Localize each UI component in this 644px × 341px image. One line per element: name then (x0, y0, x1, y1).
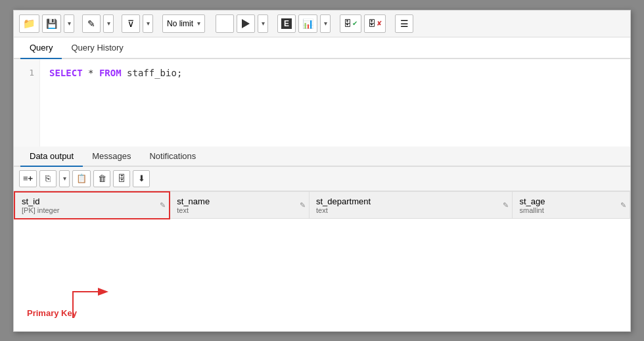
edit-col-icon-st-department[interactable]: ✎ (503, 201, 509, 210)
sql-star: * (88, 68, 99, 78)
chevron-down-icon-4: ▾ (262, 20, 265, 27)
col-type-st-department: text (316, 206, 506, 214)
menu-icon: ☰ (400, 18, 409, 29)
chevron-down-icon-2: ▾ (107, 20, 110, 27)
line-number-1: 1 (14, 66, 39, 80)
edit-col-icon-st-id[interactable]: ✎ (160, 201, 166, 210)
delete-icon: 🗑 (98, 173, 106, 183)
limit-chevron-icon: ▾ (197, 20, 200, 27)
annotation-area: Primary Key (14, 279, 630, 331)
explain-icon: E (281, 18, 292, 29)
col-header-st-name[interactable]: st_name text ✎ (170, 192, 309, 219)
keyword-from: FROM (99, 68, 122, 78)
data-table-area: st_id [PK] integer ✎ st_name text ✎ st_d… (14, 191, 630, 279)
edit-col-icon-st-name[interactable]: ✎ (300, 201, 306, 210)
filter-button[interactable]: ⊽ (122, 14, 140, 33)
stop-button[interactable] (216, 14, 234, 33)
delete-button[interactable]: 🗑 (93, 170, 110, 187)
col-header-st-age[interactable]: st_age smallint ✎ (513, 192, 630, 219)
play-dropdown-button[interactable]: ▾ (258, 14, 268, 33)
save-dropdown-button[interactable]: ▾ (64, 14, 74, 33)
menu-button[interactable]: ☰ (395, 14, 413, 33)
copy-dropdown-button[interactable]: ▾ (59, 170, 70, 187)
bottom-tabs: Data output Messages Notifications (14, 147, 630, 167)
tab-notifications[interactable]: Notifications (140, 147, 205, 167)
primary-key-label: Primary Key (27, 308, 77, 318)
col-name-st-name: st_name (177, 196, 210, 206)
edit-button[interactable]: ✎ (82, 14, 101, 33)
folder-icon: 📁 (23, 18, 35, 30)
col-header-st-id[interactable]: st_id [PK] integer ✎ (14, 192, 170, 219)
col-type-st-age: smallint (519, 206, 623, 214)
save-icon: 💾 (46, 18, 57, 29)
result-table: st_id [PK] integer ✎ st_name text ✎ st_d… (14, 191, 630, 219)
sql-content[interactable]: SELECT * FROM staff_bio; (40, 59, 630, 147)
chevron-down-icon-5: ▾ (324, 20, 327, 27)
keyword-select: SELECT (49, 68, 83, 78)
tab-query-history[interactable]: Query History (62, 37, 132, 59)
add-row-icon: ≡+ (23, 173, 33, 183)
download-icon: ⬇ (138, 173, 145, 183)
main-toolbar: 📁 💾 ▾ ✎ ▾ ⊽ ▾ No limit ▾ (14, 11, 630, 37)
download-button[interactable]: ⬇ (133, 170, 150, 187)
explain-button[interactable]: E (277, 14, 296, 33)
save-data-button[interactable]: 🗄 (113, 170, 130, 187)
edit-dropdown-button[interactable]: ▾ (103, 14, 114, 33)
col-type-st-id: [PK] integer (22, 206, 162, 214)
db-cancel-button[interactable]: 🗄 ✘ (364, 14, 386, 33)
col-name-st-department: st_department (316, 196, 371, 206)
sql-table-name: staff_bio; (127, 68, 182, 78)
line-numbers: 1 (14, 59, 40, 147)
data-toolbar: ≡+ ⎘ ▾ 📋 🗑 🗄 ⬇ (14, 167, 630, 191)
sql-editor: 1 SELECT * FROM staff_bio; (14, 59, 630, 147)
add-row-button[interactable]: ≡+ (19, 170, 37, 187)
chart-icon: 📊 (302, 18, 313, 29)
save-button[interactable]: 💾 (42, 14, 61, 33)
play-button[interactable] (237, 14, 255, 33)
chart-button[interactable]: 📊 (298, 14, 317, 33)
col-type-st-name: text (177, 206, 302, 214)
open-folder-button[interactable]: 📁 (19, 14, 39, 33)
col-header-st-department[interactable]: st_department text ✎ (309, 192, 513, 219)
db-status-button[interactable]: 🗄 ✔ (340, 14, 361, 33)
copy-button[interactable]: ⎘ (39, 170, 57, 187)
paste-icon: 📋 (76, 173, 87, 183)
tab-query[interactable]: Query (20, 37, 62, 59)
tab-data-output[interactable]: Data output (20, 147, 83, 167)
col-name-st-age: st_age (519, 196, 545, 206)
paste-button[interactable]: 📋 (72, 170, 91, 187)
limit-label: No limit (167, 19, 193, 28)
filter-icon: ⊽ (127, 18, 134, 29)
play-icon (242, 19, 250, 28)
tab-messages[interactable]: Messages (83, 147, 140, 167)
db-cancel-icon: 🗄 ✘ (368, 19, 382, 28)
limit-select[interactable]: No limit ▾ (162, 14, 205, 33)
save-data-icon: 🗄 (118, 173, 126, 183)
chevron-down-icon: ▾ (68, 20, 71, 27)
chevron-down-icon-3: ▾ (147, 20, 150, 27)
pencil-icon: ✎ (87, 18, 95, 29)
edit-col-icon-st-age[interactable]: ✎ (620, 201, 626, 210)
chart-dropdown-button[interactable]: ▾ (320, 14, 331, 33)
db-status-icon: 🗄 ✔ (344, 19, 357, 28)
filter-dropdown-button[interactable]: ▾ (143, 14, 153, 33)
copy-icon: ⎘ (45, 173, 51, 183)
chevron-down-icon-6: ▾ (63, 175, 66, 182)
col-name-st-id: st_id (22, 196, 39, 206)
query-tabs: Query Query History (14, 37, 630, 59)
